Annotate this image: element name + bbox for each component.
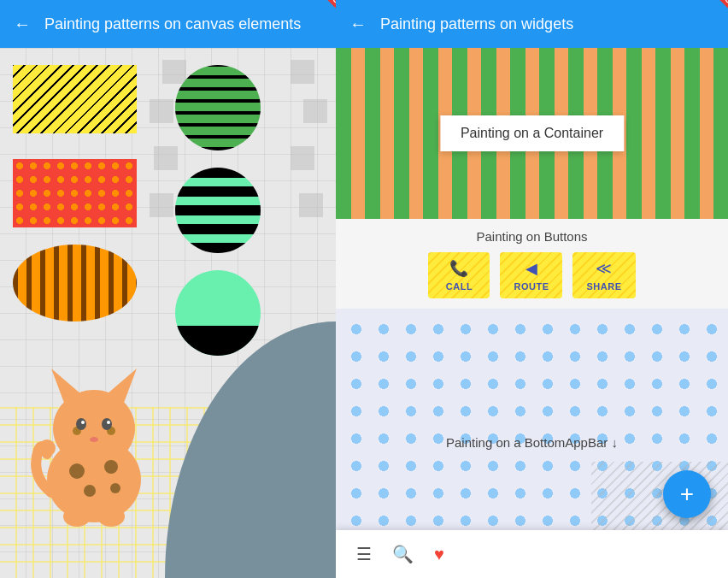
grey-square bbox=[162, 60, 186, 84]
canvas-yellow-stripes bbox=[13, 65, 137, 133]
fab-plus-icon: + bbox=[680, 481, 694, 508]
svg-point-10 bbox=[38, 439, 56, 457]
heart-icon[interactable]: ♥ bbox=[434, 545, 444, 564]
canvas-green-half-circle bbox=[175, 270, 261, 356]
container-label: Painting on a Container bbox=[440, 115, 624, 151]
grey-square bbox=[299, 193, 323, 217]
canvas-red-dots bbox=[13, 159, 137, 227]
grey-square bbox=[154, 146, 178, 170]
svg-point-8 bbox=[84, 485, 96, 497]
search-icon[interactable]: 🔍 bbox=[392, 544, 414, 564]
buttons-row: 📞 CALL ◀ ROUTE ≪ SHARE bbox=[349, 252, 714, 298]
buttons-section-title: Painting on Buttons bbox=[349, 229, 714, 244]
left-content-area bbox=[0, 48, 336, 578]
canvas-green-horiz-circle bbox=[175, 65, 261, 150]
right-back-button[interactable]: ← bbox=[349, 15, 367, 34]
right-panel: ← Painting patterns on widgets BUG Paint… bbox=[336, 0, 728, 578]
right-app-bar-title: Painting patterns on widgets bbox=[380, 15, 573, 33]
canvas-orange-oval bbox=[13, 245, 137, 321]
canvas-green-black-circle bbox=[175, 168, 261, 253]
svg-point-17 bbox=[107, 421, 110, 424]
bottom-bar-text: Painting on a BottomAppBar ↓ bbox=[446, 434, 618, 449]
svg-point-7 bbox=[104, 460, 118, 474]
left-panel: ← Painting patterns on canvas elements B… bbox=[0, 0, 336, 578]
grey-square bbox=[291, 146, 314, 170]
grey-square bbox=[291, 60, 314, 84]
svg-point-6 bbox=[69, 463, 85, 479]
share-icon: ≪ bbox=[596, 259, 612, 278]
buttons-section: Painting on Buttons 📞 CALL ◀ ROUTE ≪ SHA… bbox=[336, 219, 728, 309]
left-app-bar: ← Painting patterns on canvas elements bbox=[0, 0, 336, 48]
svg-point-16 bbox=[81, 421, 85, 424]
route-button[interactable]: ◀ ROUTE bbox=[500, 252, 562, 298]
svg-point-14 bbox=[76, 418, 86, 430]
share-button[interactable]: ≪ SHARE bbox=[572, 252, 635, 298]
grey-square bbox=[150, 99, 173, 123]
svg-point-9 bbox=[110, 483, 120, 493]
phone-icon: 📞 bbox=[449, 259, 468, 278]
route-icon: ◀ bbox=[525, 259, 537, 278]
left-back-button[interactable]: ← bbox=[14, 15, 31, 34]
menu-icon[interactable]: ☰ bbox=[356, 544, 372, 564]
call-button[interactable]: 📞 CALL bbox=[428, 252, 490, 298]
striped-container-area: Painting on a Container bbox=[336, 48, 728, 219]
bottom-nav-bar: ☰ 🔍 ♥ bbox=[336, 530, 728, 578]
right-app-bar: ← Painting patterns on widgets bbox=[336, 0, 728, 48]
fab-button[interactable]: + bbox=[663, 470, 711, 518]
svg-point-12 bbox=[97, 506, 125, 527]
svg-point-13 bbox=[90, 437, 98, 442]
route-button-label: ROUTE bbox=[514, 281, 549, 292]
svg-point-11 bbox=[63, 506, 91, 527]
grey-square bbox=[303, 99, 327, 123]
call-button-label: CALL bbox=[446, 281, 473, 292]
share-button-label: SHARE bbox=[586, 281, 621, 292]
cat-illustration bbox=[26, 356, 162, 527]
svg-point-15 bbox=[102, 418, 112, 430]
grey-square bbox=[150, 193, 173, 217]
left-app-bar-title: Painting patterns on canvas elements bbox=[44, 15, 301, 33]
